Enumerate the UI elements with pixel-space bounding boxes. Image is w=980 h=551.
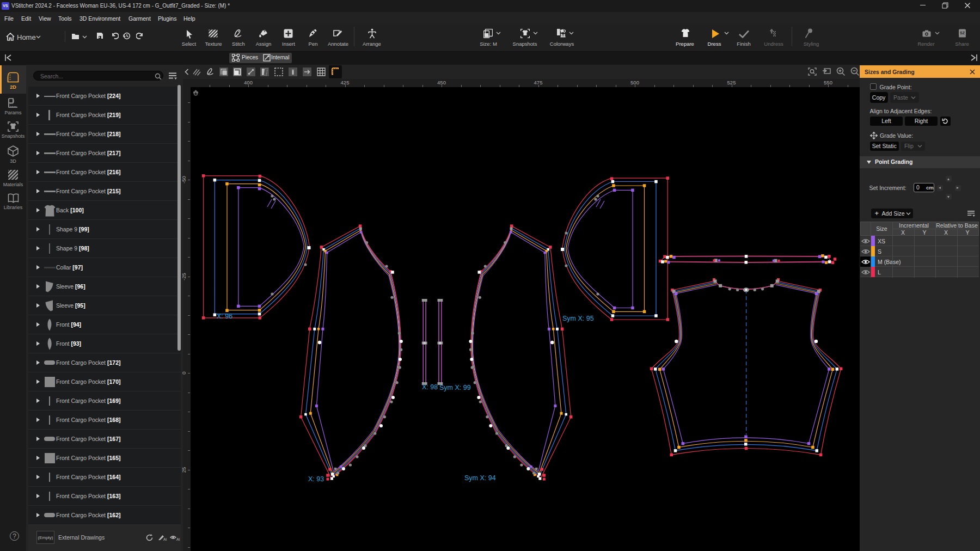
svg-text:SZ: SZ bbox=[960, 31, 965, 35]
svg-text:X: 98: X: 98 bbox=[422, 383, 438, 391]
svg-text:X: 96: X: 96 bbox=[217, 313, 232, 320]
svg-text:Sym X: 99: Sym X: 99 bbox=[439, 384, 471, 391]
svg-text:Ai: Ai bbox=[176, 537, 180, 541]
svg-text:Sym X: 95: Sym X: 95 bbox=[562, 315, 594, 322]
svg-text:Ai: Ai bbox=[163, 537, 167, 541]
svg-text:Sym X: 94: Sym X: 94 bbox=[464, 474, 496, 482]
svg-text:X: 93: X: 93 bbox=[308, 475, 324, 483]
